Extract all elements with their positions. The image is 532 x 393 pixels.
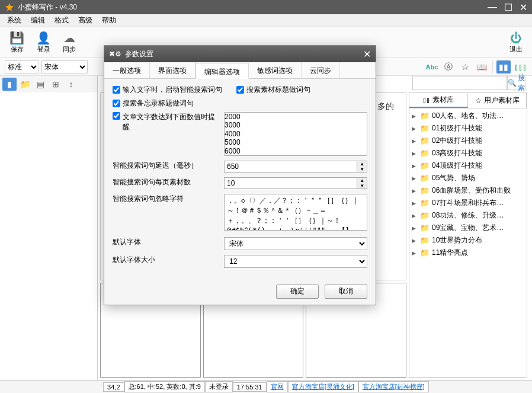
statusbar: 34,2 总:61, 中:52, 英数:0, 其:9 未登录 17:55:31 … xyxy=(0,380,532,393)
word-count-list[interactable]: 20003000400050006000 xyxy=(224,112,367,156)
perpage-input[interactable] xyxy=(224,177,357,189)
chk-word-count[interactable]: 文章文字数达到下面数值时提醒 xyxy=(113,112,219,132)
font-label: 默认字体 xyxy=(113,237,219,247)
folder-icon[interactable]: 📁 xyxy=(18,78,32,91)
font-select[interactable]: 宋体 xyxy=(41,60,88,74)
chk-search-title[interactable]: 搜索素材标题做词句 xyxy=(236,85,310,95)
expand-icon: ▶ xyxy=(412,113,418,119)
font-combo[interactable]: 宋体 xyxy=(224,237,367,250)
sync-button[interactable]: ☁ 同步 xyxy=(58,28,81,56)
delay-input[interactable] xyxy=(224,161,357,172)
ok-button[interactable]: 确定 xyxy=(276,285,319,299)
gear-icon: ✖⚙ xyxy=(109,50,121,58)
expand-icon: ▶ xyxy=(412,188,418,194)
tab-sensitive[interactable]: 敏感词选项 xyxy=(249,62,302,78)
folder-icon: 📁 xyxy=(420,111,430,120)
delay-down[interactable]: ▼ xyxy=(357,167,367,172)
folder-icon: 📁 xyxy=(420,136,430,145)
style-select[interactable]: 标准 xyxy=(5,60,39,74)
ignore-chars-input[interactable]: ，。◇〈〉／．／？；：＇＂＂［］｛｝｜～！＠＃＄％＾＆＊（）－＿＝＋，。、？；：… xyxy=(224,194,367,231)
tree-node[interactable]: ▶📁04顶级打斗技能 xyxy=(409,159,527,172)
menu-edit[interactable]: 编辑 xyxy=(26,14,50,27)
list-icon[interactable]: ▤ xyxy=(33,78,47,91)
chk-search-memo[interactable]: 搜索备忘录标题做词句 xyxy=(113,98,194,108)
tab-material-lib[interactable]: ⫿⫿素材库 xyxy=(409,93,468,108)
perpage-label: 智能搜索词句每页素材数 xyxy=(113,177,219,187)
link-taobao-1[interactable]: 官方淘宝店[昊涌文化] xyxy=(288,381,358,392)
tree-node[interactable]: ▶📁01初级打斗技能 xyxy=(409,122,527,135)
link-website[interactable]: 官网 xyxy=(267,381,288,392)
cancel-button[interactable]: 取消 xyxy=(325,285,367,299)
tree-node-label: 00人名、地名、功法… xyxy=(432,111,504,121)
sort-icon[interactable]: ↕ xyxy=(64,78,78,91)
tree-node[interactable]: ▶📁00人名、地名、功法… xyxy=(409,110,527,122)
minimize-button[interactable]: — xyxy=(488,2,497,13)
tree-node[interactable]: ▶📁06血腥场景、受伤和击败 xyxy=(409,184,527,197)
book-tab-icon[interactable]: ▮ xyxy=(2,78,17,91)
exit-button[interactable]: ⏻ 退出 xyxy=(505,28,527,56)
tree-node[interactable]: ▶📁11精华亮点 xyxy=(409,247,527,259)
time: 17:55:31 xyxy=(233,382,267,392)
folder-icon: 📁 xyxy=(420,186,430,195)
grid-icon[interactable]: ⊞ xyxy=(49,78,63,91)
tree-node-label: 07打斗场景和排兵布… xyxy=(432,198,504,208)
translate-icon[interactable]: Ⓐ xyxy=(441,60,456,74)
tab-ui[interactable]: 界面选项 xyxy=(150,62,196,78)
menu-format[interactable]: 格式 xyxy=(50,14,73,27)
dialog-close-button[interactable]: ✕ xyxy=(363,49,371,60)
char-stats: 总:61, 中:52, 英数:0, 其:9 xyxy=(124,381,205,392)
panel-view-icon[interactable]: ▮▮ xyxy=(496,60,511,74)
folder-icon: 📁 xyxy=(420,149,430,158)
folder-icon: 📁 xyxy=(420,248,430,257)
titlebar: 小蜜蜂写作 - v4.30 — ☐ ✕ xyxy=(0,0,532,14)
tab-general[interactable]: 一般选项 xyxy=(104,62,150,78)
chk-smart-search[interactable]: 输入文字时，启动智能搜索词句 xyxy=(113,85,222,95)
shelf-icon[interactable]: ⫿⫿⫿ xyxy=(513,60,527,74)
menu-system[interactable]: 系统 xyxy=(2,14,26,27)
tree-node[interactable]: ▶📁07打斗场景和排兵布… xyxy=(409,197,527,209)
tab-cloud[interactable]: 云同步 xyxy=(302,62,340,78)
expand-icon: ▶ xyxy=(412,238,418,244)
star-icon[interactable]: ☆ xyxy=(458,60,472,74)
tree-node-label: 01初级打斗技能 xyxy=(432,123,482,133)
dialog-title: 参数设置 xyxy=(125,49,153,59)
save-button[interactable]: 💾 保存 xyxy=(5,28,29,56)
delay-up[interactable]: ▲ xyxy=(357,161,367,167)
tree-node[interactable]: ▶📁05气势、势场 xyxy=(409,172,527,184)
tree-node-label: 11精华亮点 xyxy=(432,248,468,258)
link-taobao-2[interactable]: 官方淘宝店[封神榜座] xyxy=(358,381,429,392)
tree-node-label: 05气势、势场 xyxy=(432,173,475,183)
folder-icon: 📁 xyxy=(420,211,430,220)
tab-editor[interactable]: 编辑器选项 xyxy=(196,63,249,79)
menubar: 系统 编辑 格式 高级 帮助 xyxy=(0,14,532,27)
abc-icon[interactable]: Abc xyxy=(425,60,439,74)
app-icon xyxy=(5,2,14,12)
left-sidebar: ▮ 📁 ▤ ⊞ ↕ xyxy=(0,76,98,380)
expand-icon: ▶ xyxy=(412,213,418,219)
delay-label: 智能搜索词句延迟（毫秒） xyxy=(113,161,219,171)
settings-dialog: ✖⚙ 参数设置 ✕ 一般选项 界面选项 编辑器选项 敏感词选项 云同步 输入文字… xyxy=(104,45,376,305)
tree-node[interactable]: ▶📁10世界势力分布 xyxy=(409,234,527,247)
app-title: 小蜜蜂写作 - v4.30 xyxy=(18,2,488,12)
perpage-down[interactable]: ▼ xyxy=(357,183,367,188)
book-icon[interactable]: 📖 xyxy=(475,60,489,74)
tree-node-label: 04顶级打斗技能 xyxy=(432,161,482,171)
material-tree: ▶📁00人名、地名、功法…▶📁01初级打斗技能▶📁02中级打斗技能▶📁03高级打… xyxy=(409,108,527,377)
maximize-button[interactable]: ☐ xyxy=(504,2,512,13)
tree-node[interactable]: ▶📁09宝藏、宝物、艺术… xyxy=(409,222,527,234)
tree-node[interactable]: ▶📁03高级打斗技能 xyxy=(409,147,527,159)
menu-help[interactable]: 帮助 xyxy=(97,14,121,27)
menu-advanced[interactable]: 高级 xyxy=(73,14,97,27)
tree-node[interactable]: ▶📁08功法、修练、升级… xyxy=(409,209,527,222)
tab-user-lib[interactable]: ☆用户素材库 xyxy=(468,93,527,108)
login-status: 未登录 xyxy=(205,381,233,392)
tree-node[interactable]: ▶📁02中级打斗技能 xyxy=(409,135,527,147)
cursor-pos: 34,2 xyxy=(103,382,124,392)
close-button[interactable]: ✕ xyxy=(520,2,527,13)
expand-icon: ▶ xyxy=(412,200,418,206)
dialog-tabs: 一般选项 界面选项 编辑器选项 敏感词选项 云同步 xyxy=(104,62,376,79)
login-button[interactable]: 👤 登录 xyxy=(31,28,56,56)
expand-icon: ▶ xyxy=(412,225,418,231)
perpage-up[interactable]: ▲ xyxy=(357,178,367,183)
fontsize-combo[interactable]: 12 xyxy=(224,255,367,268)
